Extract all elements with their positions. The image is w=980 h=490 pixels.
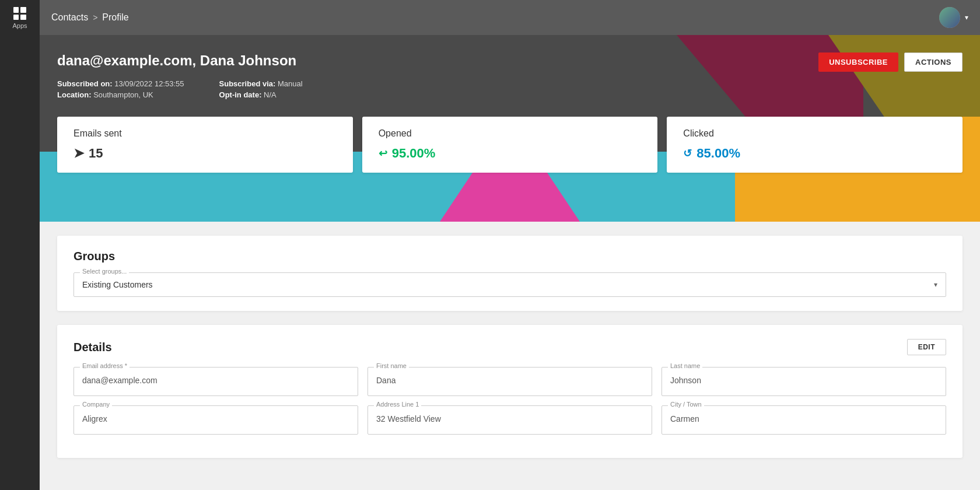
hero-meta-right: Subscribed via: Manual Opt-in date: N/A — [219, 79, 303, 99]
emails-sent-label: Emails sent — [74, 128, 337, 139]
edit-button[interactable]: EDIT — [907, 339, 946, 355]
hero-email: dana@example.com, — [57, 52, 196, 68]
opt-in-label: Opt-in date: — [219, 90, 262, 99]
subscribed-via-value: Manual — [278, 79, 303, 88]
main-content: Contacts > Profile ▾ dana@example.com, D… — [40, 0, 980, 490]
last-name-field[interactable]: Last name Johnson — [662, 367, 946, 396]
company-label: Company — [80, 401, 112, 408]
details-header: Details EDIT — [74, 339, 946, 355]
city-field[interactable]: City / Town Carmen — [662, 405, 946, 435]
hero-actions: UNSUBSCRIBE ACTIONS — [818, 52, 963, 72]
first-name-value: Dana — [368, 368, 652, 396]
subscribed-on: Subscribed on: 13/09/2022 12:53:55 — [57, 79, 184, 88]
email-value: dana@example.com — [74, 368, 358, 396]
topnav-right: ▾ — [939, 7, 968, 28]
subscribed-on-value: 13/09/2022 12:53:55 — [114, 79, 184, 88]
hero-section: dana@example.com, Dana Johnson Subscribe… — [40, 35, 980, 222]
location-label: Location: — [57, 90, 92, 99]
groups-select-label: Select groups... — [80, 268, 129, 275]
actions-button[interactable]: ACTIONS — [904, 52, 963, 72]
city-value: Carmen — [662, 406, 946, 434]
opened-value-row: ↩ 95.00% — [379, 146, 642, 161]
emails-sent-icon: ➤ — [74, 146, 84, 161]
opened-label: Opened — [379, 128, 642, 139]
avatar-image — [939, 7, 960, 28]
address-value: 32 Westfield View — [368, 406, 652, 434]
details-row-1: Email address * dana@example.com First n… — [74, 367, 946, 396]
first-name-label: First name — [374, 362, 409, 369]
clicked-card: Clicked ↺ 85.00% — [667, 117, 963, 173]
clicked-label: Clicked — [683, 128, 946, 139]
location: Location: Southampton, UK — [57, 90, 184, 99]
groups-title: Groups — [74, 250, 946, 263]
emails-sent-value: ➤ 15 — [74, 146, 337, 161]
sidebar: Apps — [0, 0, 40, 490]
details-row-2: Company Aligrex Address Line 1 32 Westfi… — [74, 405, 946, 435]
address-field[interactable]: Address Line 1 32 Westfield View — [368, 405, 652, 435]
breadcrumb-separator: > — [93, 13, 97, 22]
breadcrumb-current: Profile — [102, 12, 128, 23]
last-name-label: Last name — [668, 362, 702, 369]
user-avatar[interactable] — [939, 7, 960, 28]
company-field[interactable]: Company Aligrex — [74, 405, 358, 435]
stats-row: Emails sent ➤ 15 Opened ↩ 95.00% Clicked… — [57, 117, 963, 184]
opened-icon: ↩ — [379, 147, 387, 160]
clicked-value-row: ↺ 85.00% — [683, 146, 946, 161]
emails-sent-number: 15 — [89, 146, 103, 161]
breadcrumb-parent[interactable]: Contacts — [51, 12, 88, 23]
city-label: City / Town — [668, 401, 704, 408]
subscribed-on-label: Subscribed on: — [57, 79, 113, 88]
clicked-icon: ↺ — [683, 147, 692, 160]
breadcrumb: Contacts > Profile — [51, 12, 129, 23]
details-title: Details — [74, 341, 112, 354]
location-value: Southampton, UK — [93, 90, 153, 99]
email-field[interactable]: Email address * dana@example.com — [74, 367, 358, 396]
opt-in-value: N/A — [264, 90, 276, 99]
user-dropdown-arrow[interactable]: ▾ — [965, 13, 968, 22]
emails-sent-card: Emails sent ➤ 15 — [57, 117, 353, 173]
clicked-value: 85.00% — [696, 146, 740, 161]
details-card: Details EDIT Email address * dana@exampl… — [57, 325, 963, 458]
company-value: Aligrex — [74, 406, 358, 434]
address-label: Address Line 1 — [374, 401, 421, 408]
hero-meta-left: Subscribed on: 13/09/2022 12:53:55 Locat… — [57, 79, 184, 99]
groups-card: Groups Select groups... Existing Custome… — [57, 236, 963, 311]
first-name-field[interactable]: First name Dana — [368, 367, 652, 396]
sidebar-apps-button[interactable]: Apps — [12, 7, 27, 29]
groups-select[interactable]: Select groups... Existing Customers ▾ — [74, 272, 946, 297]
topnav: Contacts > Profile ▾ — [40, 0, 980, 35]
unsubscribe-button[interactable]: UNSUBSCRIBE — [818, 52, 898, 72]
opened-card: Opened ↩ 95.00% — [362, 117, 658, 173]
opened-value: 95.00% — [392, 146, 436, 161]
hero-name: Dana Johnson — [200, 52, 296, 68]
subscribed-via: Subscribed via: Manual — [219, 79, 303, 88]
opt-in-date: Opt-in date: N/A — [219, 90, 303, 99]
apps-label: Apps — [12, 22, 27, 29]
email-label: Email address * — [80, 362, 130, 369]
last-name-value: Johnson — [662, 368, 946, 396]
groups-select-value[interactable]: Existing Customers — [74, 273, 946, 296]
subscribed-via-label: Subscribed via: — [219, 79, 276, 88]
hero-meta: Subscribed on: 13/09/2022 12:53:55 Locat… — [57, 79, 963, 99]
apps-grid-icon — [13, 7, 26, 20]
